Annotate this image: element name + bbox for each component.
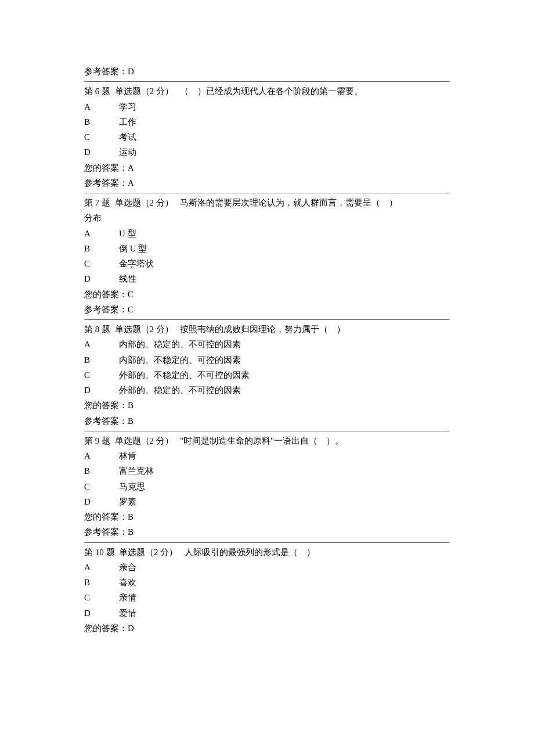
option-row: D外部的、稳定的、不可控的因素 xyxy=(84,383,450,398)
question-block: 第 8 题 单选题（2 分） 按照韦纳的成败归因理论，努力属于（ ）A内部的、稳… xyxy=(84,322,450,429)
option-row: A亲合 xyxy=(84,560,450,575)
your-answer: 您的答案：C xyxy=(84,287,450,302)
option-row: C考试 xyxy=(84,129,450,145)
reference-answer: 参考答案：A xyxy=(84,175,450,190)
option-letter: D xyxy=(84,606,119,621)
option-row: B喜欢 xyxy=(84,575,450,590)
option-text: 亲情 xyxy=(119,590,450,605)
question-number: 第 7 题 xyxy=(84,198,110,207)
question-header: 第 7 题 单选题（2 分） 马斯洛的需要层次理论认为，就人群而言，需要呈（ ） xyxy=(84,195,450,210)
question-prompt: 马斯洛的需要层次理论认为，就人群而言，需要呈（ ） xyxy=(180,198,398,207)
option-letter: A xyxy=(84,337,119,352)
option-letter: B xyxy=(84,575,119,590)
option-text: 内部的、不稳定的、可控的因素 xyxy=(119,352,450,368)
option-text: 外部的、稳定的、不可控的因素 xyxy=(119,383,450,398)
option-row: A内部的、稳定的、不可控的因素 xyxy=(84,337,450,352)
option-text: 内部的、稳定的、不可控的因素 xyxy=(119,337,450,352)
question-number: 第 10 题 xyxy=(84,548,115,557)
question-number: 第 8 题 xyxy=(84,325,110,334)
option-letter: A xyxy=(84,448,119,463)
option-text: U 型 xyxy=(119,226,450,241)
option-row: B倒 U 型 xyxy=(84,241,450,256)
option-letter: D xyxy=(84,145,119,160)
option-row: B内部的、不稳定的、可控的因素 xyxy=(84,352,450,368)
option-letter: B xyxy=(84,114,119,129)
question-type: 单选题（2 分） xyxy=(119,548,178,557)
option-text: 考试 xyxy=(119,129,450,145)
option-text: 亲合 xyxy=(119,560,450,575)
question-number: 第 9 题 xyxy=(84,436,110,445)
option-letter: C xyxy=(84,590,119,605)
question-header: 第 9 题 单选题（2 分） "时间是制造生命的原料"一语出自（ ）。 xyxy=(84,433,450,448)
question-header: 第 6 题 单选题（2 分） （ ）已经成为现代人在各个阶段的第一需要。 xyxy=(84,84,450,99)
option-text: 线性 xyxy=(119,271,450,286)
option-text: 运动 xyxy=(119,145,450,160)
option-row: C外部的、不稳定的、不可控的因素 xyxy=(84,368,450,383)
question-type: 单选题（2 分） xyxy=(115,87,174,96)
option-row: D线性 xyxy=(84,271,450,286)
question-divider xyxy=(84,431,450,431)
question-divider xyxy=(84,319,450,320)
your-answer: 您的答案：B xyxy=(84,509,450,524)
option-text: 工作 xyxy=(119,114,450,129)
question-prompt-continuation: 分布 xyxy=(84,210,450,225)
option-letter: C xyxy=(84,479,119,494)
option-text: 林肯 xyxy=(119,448,450,463)
question-prompt: 人际吸引的最强列的形式是（ ） xyxy=(185,548,315,557)
option-row: C亲情 xyxy=(84,590,450,605)
option-letter: A xyxy=(84,226,119,241)
question-divider xyxy=(84,81,450,82)
question-prompt: （ ）已经成为现代人在各个阶段的第一需要。 xyxy=(180,87,363,96)
option-letter: B xyxy=(84,463,119,478)
option-letter: C xyxy=(84,129,119,145)
option-row: D运动 xyxy=(84,145,450,160)
question-block: 第 6 题 单选题（2 分） （ ）已经成为现代人在各个阶段的第一需要。A学习B… xyxy=(84,84,450,190)
option-text: 罗素 xyxy=(119,494,450,509)
question-type: 单选题（2 分） xyxy=(115,436,174,445)
question-number: 第 6 题 xyxy=(84,87,110,96)
option-text: 倒 U 型 xyxy=(119,241,450,256)
option-text: 爱情 xyxy=(119,606,450,621)
reference-answer: 参考答案：B xyxy=(84,413,450,429)
option-text: 富兰克林 xyxy=(119,463,450,478)
questions-container: 第 6 题 单选题（2 分） （ ）已经成为现代人在各个阶段的第一需要。A学习B… xyxy=(84,81,450,636)
option-letter: D xyxy=(84,494,119,509)
option-text: 马克思 xyxy=(119,479,450,494)
question-divider xyxy=(84,193,450,193)
option-letter: A xyxy=(84,560,119,575)
option-letter: A xyxy=(84,99,119,114)
option-text: 学习 xyxy=(119,99,450,114)
option-row: C马克思 xyxy=(84,479,450,494)
option-letter: D xyxy=(84,271,119,286)
option-row: A林肯 xyxy=(84,448,450,463)
option-text: 金字塔状 xyxy=(119,256,450,271)
option-row: C金字塔状 xyxy=(84,256,450,271)
question-block: 第 10 题 单选题（2 分） 人际吸引的最强列的形式是（ ）A亲合B喜欢C亲情… xyxy=(84,545,450,636)
question-prompt: 按照韦纳的成败归因理论，努力属于（ ） xyxy=(180,325,345,334)
option-row: D罗素 xyxy=(84,494,450,509)
question-block: 第 9 题 单选题（2 分） "时间是制造生命的原料"一语出自（ ）。A林肯B富… xyxy=(84,433,450,540)
your-answer: 您的答案：D xyxy=(84,621,450,636)
reference-answer: 参考答案：C xyxy=(84,302,450,317)
option-letter: D xyxy=(84,383,119,398)
option-letter: B xyxy=(84,241,119,256)
option-letter: C xyxy=(84,368,119,383)
question-type: 单选题（2 分） xyxy=(115,325,174,334)
option-row: D爱情 xyxy=(84,606,450,621)
option-text: 外部的、不稳定的、不可控的因素 xyxy=(119,368,450,383)
option-row: B工作 xyxy=(84,114,450,129)
option-row: B富兰克林 xyxy=(84,463,450,478)
question-type: 单选题（2 分） xyxy=(115,198,174,207)
intro-reference-answer: 参考答案：D xyxy=(84,64,450,79)
question-block: 第 7 题 单选题（2 分） 马斯洛的需要层次理论认为，就人群而言，需要呈（ ）… xyxy=(84,195,450,317)
your-answer: 您的答案：B xyxy=(84,398,450,413)
option-letter: C xyxy=(84,256,119,271)
option-letter: B xyxy=(84,352,119,368)
option-row: AU 型 xyxy=(84,226,450,241)
reference-answer: 参考答案：B xyxy=(84,524,450,539)
question-prompt: "时间是制造生命的原料"一语出自（ ）。 xyxy=(180,436,344,445)
question-header: 第 10 题 单选题（2 分） 人际吸引的最强列的形式是（ ） xyxy=(84,545,450,560)
your-answer: 您的答案：A xyxy=(84,160,450,175)
question-divider xyxy=(84,542,450,543)
option-text: 喜欢 xyxy=(119,575,450,590)
